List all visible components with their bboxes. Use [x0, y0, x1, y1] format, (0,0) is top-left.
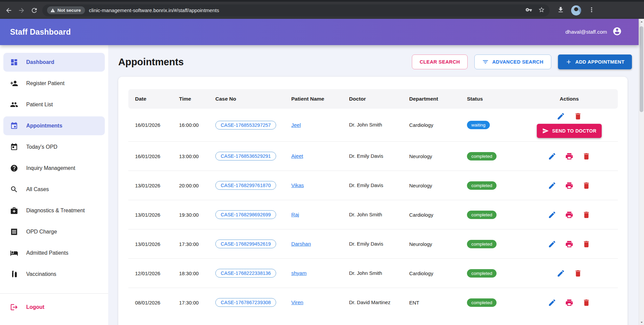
- edit-icon[interactable]: [548, 152, 556, 160]
- bookmark-star-icon[interactable]: [538, 6, 545, 14]
- page-title: Appointments: [118, 57, 184, 68]
- edit-icon[interactable]: [548, 211, 556, 219]
- cell-doctor: Dr. John Smith: [342, 109, 402, 142]
- sidebar-item-all-cases[interactable]: All Cases: [3, 180, 105, 199]
- delete-icon[interactable]: [582, 181, 591, 190]
- edit-icon[interactable]: [548, 181, 556, 190]
- case-number-badge: CASE-1768298692699: [215, 210, 276, 219]
- column-header-patient-name: Patient Name: [285, 89, 342, 109]
- print-icon[interactable]: [565, 211, 573, 219]
- send-icon: [542, 128, 549, 134]
- case-number-badge: CASE-1768536529291: [215, 152, 276, 160]
- patient-link[interactable]: Vikas: [291, 182, 304, 188]
- print-icon[interactable]: [565, 298, 573, 307]
- edit-icon[interactable]: [548, 240, 556, 248]
- case-number-badge: CASE-1767867239308: [215, 298, 276, 307]
- sidebar-item-opd-charge[interactable]: OPD Charge: [3, 222, 105, 241]
- sidebar-item-patient-list[interactable]: Patient List: [3, 95, 105, 114]
- appointments-table: DateTimeCase NoPatient NameDoctorDepartm…: [128, 89, 618, 317]
- add-appointment-button[interactable]: ADD APPOINTMENT: [558, 55, 632, 69]
- status-badge: completed: [467, 211, 497, 219]
- delete-icon[interactable]: [582, 211, 591, 219]
- status-badge: completed: [467, 152, 497, 160]
- account-circle-icon[interactable]: [612, 27, 622, 37]
- main-content: Appointments CLEAR SEARCH ADVANCED SEARC…: [108, 45, 639, 325]
- warning-icon: [50, 8, 55, 13]
- page-scrollbar[interactable]: [639, 19, 644, 325]
- sidebar: Dashboard Register Patient Patient List …: [0, 45, 108, 325]
- search-icon: [10, 185, 18, 193]
- edit-icon[interactable]: [548, 298, 556, 307]
- scroll-down-icon[interactable]: [639, 319, 644, 325]
- sidebar-item-register-patient[interactable]: Register Patient: [3, 74, 105, 93]
- people-icon: [10, 101, 18, 109]
- cell-department: Neurology: [402, 171, 460, 200]
- case-number-badge: CASE-1768222338136: [215, 269, 276, 278]
- print-icon[interactable]: [565, 152, 573, 160]
- cell-time: 20:00:00: [172, 171, 209, 200]
- advanced-search-button[interactable]: ADVANCED SEARCH: [474, 55, 551, 69]
- browser-back-icon[interactable]: [5, 6, 13, 14]
- cell-time: 13:00:00: [172, 142, 209, 171]
- browser-menu-icon[interactable]: [588, 6, 595, 15]
- cell-date: 16/01/2026: [128, 109, 172, 142]
- delete-icon[interactable]: [582, 298, 591, 307]
- sidebar-item-logout[interactable]: Logout: [3, 298, 105, 317]
- calendar-today-icon: [10, 143, 18, 151]
- patient-link[interactable]: Darshan: [291, 241, 311, 247]
- case-number-badge: CASE-1768299452619: [215, 240, 276, 248]
- table-row: 13/01/2026 19:30:00 CASE-1768298692699 R…: [128, 200, 618, 229]
- delete-icon[interactable]: [574, 269, 582, 278]
- status-badge: completed: [467, 298, 497, 307]
- patient-link[interactable]: Viren: [291, 299, 303, 305]
- table-row: 08/01/2026 17:30:00 CASE-1767867239308 V…: [128, 288, 618, 317]
- cell-date: 13/01/2026: [128, 171, 172, 200]
- browser-profile-avatar[interactable]: [571, 5, 581, 15]
- app-header: Staff Dashboard dhaval@staff.com: [0, 19, 639, 45]
- dashboard-icon: [10, 58, 18, 66]
- table-row: 16/01/2026 13:00:00 CASE-1768536529291 A…: [128, 142, 618, 171]
- clear-search-button[interactable]: CLEAR SEARCH: [412, 55, 468, 69]
- cell-doctor: Dr. Emily Davis: [342, 171, 402, 200]
- sidebar-item-diagnostics-treatment[interactable]: Diagnostics & Treatment: [3, 201, 105, 220]
- patient-link[interactable]: Ajeet: [291, 153, 303, 159]
- patient-link[interactable]: shyam: [291, 270, 307, 276]
- browser-toolbar: Not secure clinic-management-software.bo…: [0, 0, 644, 19]
- not-secure-chip[interactable]: Not secure: [47, 6, 85, 14]
- case-number-badge: CASE-1768553297257: [215, 121, 276, 130]
- address-bar[interactable]: Not secure clinic-management-software.bo…: [42, 4, 550, 16]
- scrollbar-thumb[interactable]: [640, 26, 643, 112]
- edit-icon[interactable]: [557, 269, 565, 278]
- scroll-up-icon[interactable]: [639, 19, 644, 25]
- sidebar-item-dashboard[interactable]: Dashboard: [3, 53, 105, 72]
- sidebar-item-admitted-patients[interactable]: Admitted Patients: [3, 244, 105, 262]
- cell-date: 13/01/2026: [128, 200, 172, 229]
- patient-link[interactable]: Raj: [291, 212, 299, 217]
- logout-label: Logout: [26, 304, 44, 310]
- send-to-doctor-button[interactable]: SEND TO DOCTOR: [537, 124, 602, 138]
- table-header-row: DateTimeCase NoPatient NameDoctorDepartm…: [128, 89, 618, 109]
- cell-time: 17:30:00: [172, 288, 209, 317]
- delete-icon[interactable]: [582, 240, 591, 248]
- sidebar-item-inquiry-management[interactable]: Inquiry Management: [3, 159, 105, 178]
- sidebar-item-vaccinations[interactable]: Vaccinations: [3, 265, 105, 284]
- delete-icon[interactable]: [574, 112, 582, 120]
- cell-department: ENT: [402, 288, 460, 317]
- browser-forward-icon[interactable]: [17, 6, 26, 14]
- browser-reload-icon[interactable]: [30, 6, 38, 14]
- password-key-icon[interactable]: [525, 6, 532, 14]
- downloads-icon[interactable]: [557, 6, 564, 15]
- column-header-status: Status: [460, 89, 521, 109]
- delete-icon[interactable]: [582, 152, 591, 160]
- print-icon[interactable]: [565, 240, 573, 248]
- sidebar-item-appointments[interactable]: Appointments: [3, 116, 105, 135]
- column-header-time: Time: [172, 89, 209, 109]
- sidebar-item-today-s-opd[interactable]: Today's OPD: [3, 138, 105, 156]
- table-row: 13/01/2026 20:00:00 CASE-1768299761870 V…: [128, 171, 618, 200]
- cell-doctor: Dr. Emily Davis: [342, 142, 402, 171]
- plus-icon: [565, 59, 572, 65]
- print-icon[interactable]: [565, 181, 573, 190]
- edit-icon[interactable]: [557, 112, 565, 120]
- patient-link[interactable]: Jeel: [291, 122, 301, 128]
- help-icon: [10, 164, 18, 172]
